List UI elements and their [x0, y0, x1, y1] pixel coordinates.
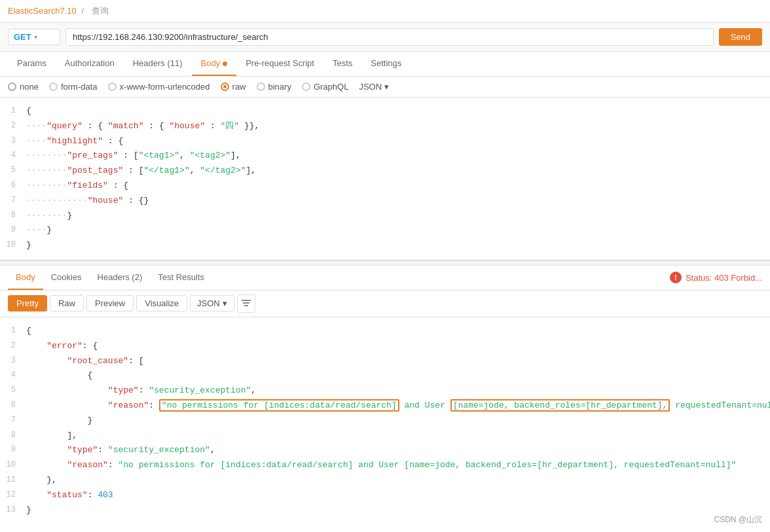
body-type-urlencoded-label: x-www-form-urlencoded: [120, 82, 210, 92]
watermark: CSDN @山沉: [714, 514, 762, 524]
resp-tab-body[interactable]: Body: [8, 266, 43, 290]
resp-code-line-8: 8 ],: [0, 429, 770, 444]
body-type-graphql[interactable]: GraphQL: [302, 82, 348, 92]
resp-visualize-btn[interactable]: Visualize: [136, 295, 187, 311]
resp-code-line-3: 3 "root_cause": [: [0, 354, 770, 369]
code-line-8: 8 ········}: [0, 209, 770, 224]
body-types: none form-data x-www-form-urlencoded raw…: [0, 77, 770, 98]
breadcrumb-parent[interactable]: ElasticSearch7.10: [8, 6, 77, 16]
code-line-9: 9 ····}: [0, 223, 770, 238]
body-type-raw[interactable]: raw: [221, 82, 246, 92]
resp-tab-testresults[interactable]: Test Results: [150, 266, 212, 290]
code-line-1: 1 {: [0, 104, 770, 119]
resp-preview-btn[interactable]: Preview: [86, 295, 134, 311]
code-line-5: 5 ········"post_tags" : ["</tag1>", "</t…: [0, 164, 770, 179]
tab-params[interactable]: Params: [8, 52, 56, 76]
resp-code-line-5: 5 "type": "security_exception",: [0, 383, 770, 399]
request-code-editor[interactable]: 1 { 2 ····"query" : { "match" : { "house…: [0, 98, 770, 260]
method-dropdown[interactable]: GET ▾: [8, 29, 60, 45]
resp-raw-btn[interactable]: Raw: [50, 295, 84, 311]
method-text: GET: [14, 32, 31, 42]
tab-prerequest[interactable]: Pre-request Script: [236, 52, 323, 76]
breadcrumb-current: 查询: [92, 6, 109, 16]
tab-headers[interactable]: Headers (11): [124, 52, 192, 76]
resp-code-line-1: 1 {: [0, 324, 770, 339]
resp-code-line-9: 9 "type": "security_exception",: [0, 443, 770, 458]
send-button[interactable]: Send: [719, 28, 762, 46]
code-line-3: 3 ····"highlight" : {: [0, 134, 770, 149]
status-error-icon: !: [670, 272, 682, 283]
code-line-4: 4 ········"pre_tags" : ["<tag1>", "<tag2…: [0, 149, 770, 164]
resp-code-line-7: 7 }: [0, 414, 770, 429]
json-format-select[interactable]: JSON ▾: [359, 82, 389, 92]
code-line-2: 2 ····"query" : { "match" : { "house" : …: [0, 119, 770, 134]
tab-settings[interactable]: Settings: [361, 52, 411, 76]
tab-tests[interactable]: Tests: [323, 52, 361, 76]
radio-none: [8, 82, 16, 91]
resp-code-line-11: 11 },: [0, 473, 770, 488]
resp-code-line-10: 10 "reason": "no permissions for [indice…: [0, 458, 770, 473]
resp-toolbar: Pretty Raw Preview Visualize JSON ▾: [0, 291, 770, 317]
chevron-down-icon: ▾: [34, 33, 37, 41]
tab-body[interactable]: Body: [192, 52, 237, 76]
body-type-none-label: none: [20, 82, 39, 92]
body-type-urlencoded[interactable]: x-www-form-urlencoded: [108, 82, 210, 92]
tab-authorization[interactable]: Authorization: [56, 52, 124, 76]
resp-code-line-12: 12 "status": 403: [0, 488, 770, 503]
resp-code-line-4: 4 {: [0, 368, 770, 383]
url-bar: GET ▾ Send: [0, 23, 770, 52]
body-type-formdata[interactable]: form-data: [49, 82, 98, 92]
breadcrumb: ElasticSearch7.10 / 查询: [0, 0, 770, 23]
radio-urlencoded: [108, 82, 117, 91]
url-input[interactable]: [65, 28, 714, 46]
status-text: Status: 403 Forbid...: [686, 273, 762, 283]
body-type-binary[interactable]: binary: [257, 82, 291, 92]
resp-json-chevron-icon: ▾: [223, 298, 227, 308]
radio-raw: [221, 82, 229, 91]
resp-code-line-2: 2 "error": {: [0, 339, 770, 354]
resp-json-label: JSON: [197, 298, 220, 308]
body-type-none[interactable]: none: [8, 82, 39, 92]
body-type-formdata-label: form-data: [61, 82, 98, 92]
request-tabs: Params Authorization Headers (11) Body P…: [0, 52, 770, 77]
json-format-label: JSON: [359, 82, 382, 92]
breadcrumb-separator: /: [81, 6, 84, 16]
panel-divider: [0, 260, 770, 266]
radio-formdata: [49, 82, 58, 91]
code-line-10: 10 }: [0, 238, 770, 253]
code-line-6: 6 ········"fields" : {: [0, 179, 770, 194]
resp-pretty-btn[interactable]: Pretty: [8, 295, 47, 311]
radio-binary: [257, 82, 265, 91]
response-tabs-bar: Body Cookies Headers (2) Test Results ! …: [0, 266, 770, 291]
body-type-raw-label: raw: [232, 82, 246, 92]
resp-code-line-13: 13 }: [0, 503, 770, 518]
resp-code-line-6: 6 "reason": "no permissions for [indices…: [0, 399, 770, 414]
body-dot: [223, 62, 227, 66]
resp-tab-cookies[interactable]: Cookies: [43, 266, 90, 290]
status-badge: ! Status: 403 Forbid...: [670, 272, 762, 283]
resp-tab-headers[interactable]: Headers (2): [90, 266, 151, 290]
body-type-binary-label: binary: [268, 82, 291, 92]
response-code-editor: 1 { 2 "error": { 3 "root_cause": [ 4 { 5…: [0, 317, 770, 524]
filter-icon[interactable]: [237, 294, 255, 313]
resp-json-dropdown[interactable]: JSON ▾: [190, 295, 234, 311]
code-line-7: 7 ············"house" : {}: [0, 194, 770, 209]
radio-graphql: [302, 82, 310, 91]
body-type-graphql-label: GraphQL: [314, 82, 348, 92]
json-chevron-icon: ▾: [384, 82, 389, 92]
